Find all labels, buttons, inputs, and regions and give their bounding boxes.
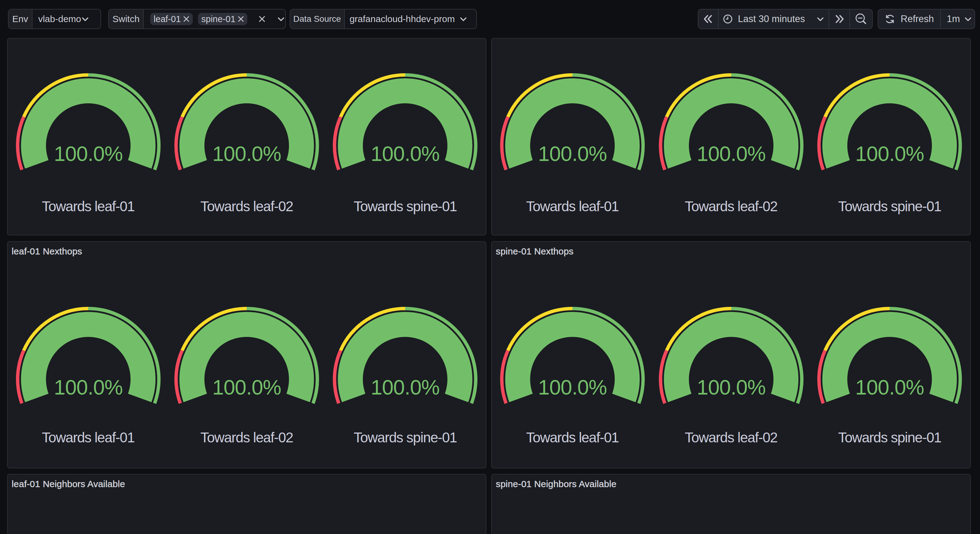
svg-text:100.0%: 100.0%: [697, 376, 765, 399]
svg-text:100.0%: 100.0%: [855, 376, 924, 399]
svg-text:100.0%: 100.0%: [371, 142, 440, 165]
svg-text:100.0%: 100.0%: [855, 142, 924, 165]
svg-text:100.0%: 100.0%: [538, 142, 607, 165]
svg-text:100.0%: 100.0%: [212, 142, 281, 165]
svg-text:100.0%: 100.0%: [54, 142, 123, 165]
svg-text:100.0%: 100.0%: [371, 376, 440, 399]
svg-text:100.0%: 100.0%: [54, 376, 123, 399]
svg-text:100.0%: 100.0%: [212, 376, 281, 399]
svg-text:100.0%: 100.0%: [697, 142, 765, 165]
svg-text:100.0%: 100.0%: [538, 376, 607, 399]
